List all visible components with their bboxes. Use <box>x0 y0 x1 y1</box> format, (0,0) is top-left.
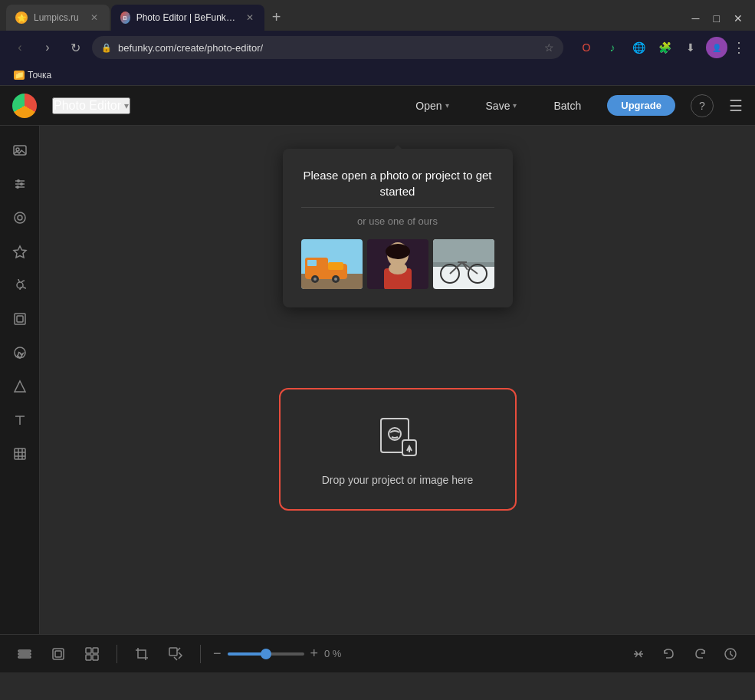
svg-rect-26 <box>307 260 317 266</box>
main-content: Please open a photo or project to get st… <box>0 126 755 634</box>
resize-button[interactable] <box>163 642 188 666</box>
welcome-popup: Please open a photo or project to get st… <box>283 149 513 307</box>
user-avatar[interactable]: 👤 <box>706 37 727 58</box>
tab-bar: ⭐ Lumpics.ru ✕ B Photo Editor | BeFunky:… <box>0 0 755 31</box>
svg-rect-0 <box>14 146 26 155</box>
svg-point-11 <box>17 282 23 288</box>
sidebar-item-adjustments[interactable] <box>5 169 35 199</box>
tab-befunky[interactable]: B Photo Editor | BeFunky: Free Onl... ✕ <box>111 5 264 31</box>
flip-horizontal-button[interactable] <box>626 642 651 666</box>
crop-button[interactable] <box>130 642 154 666</box>
new-tab-button[interactable]: + <box>266 8 287 26</box>
svg-point-36 <box>389 262 407 274</box>
svg-rect-31 <box>328 262 343 270</box>
app-title-text: Photo Editor <box>54 99 121 113</box>
back-button[interactable]: ‹ <box>9 37 31 58</box>
forward-button[interactable]: › <box>37 37 58 58</box>
svg-rect-17 <box>15 449 25 459</box>
svg-rect-50 <box>53 649 64 659</box>
open-label: Open <box>415 100 442 112</box>
save-menu-button[interactable]: Save ▾ <box>475 95 528 117</box>
url-box[interactable]: 🔒 befunky.com/create/photo-editor/ ☆ <box>92 36 563 59</box>
browser-menu-button[interactable]: ⋮ <box>732 39 746 56</box>
svg-rect-48 <box>18 653 31 655</box>
help-button[interactable]: ? <box>691 94 714 117</box>
left-sidebar <box>0 126 40 634</box>
sample-image-van[interactable] <box>301 239 363 289</box>
extension-blue-icon[interactable]: 🌐 <box>628 37 649 58</box>
sample-image-bike[interactable] <box>433 239 494 289</box>
upgrade-button[interactable]: Upgrade <box>607 95 675 116</box>
bookmark-star-icon[interactable]: ☆ <box>544 41 554 54</box>
zoom-slider[interactable] <box>228 652 304 656</box>
app-header: Photo Editor ▾ Open ▾ Save ▾ Batch Upgra… <box>0 86 755 126</box>
redo-button[interactable] <box>688 642 712 666</box>
hamburger-menu-button[interactable]: ☰ <box>729 97 743 115</box>
svg-rect-38 <box>433 239 494 262</box>
sidebar-item-shapes[interactable] <box>5 371 35 402</box>
sample-images-container <box>301 239 494 289</box>
svg-rect-47 <box>18 650 31 652</box>
zoom-in-button[interactable]: + <box>310 646 319 662</box>
sidebar-item-textures[interactable] <box>5 270 35 301</box>
toolbar-right <box>626 642 743 666</box>
svg-point-8 <box>15 212 25 223</box>
svg-point-7 <box>16 186 19 189</box>
zoom-control: − + 0 % <box>213 646 351 662</box>
frame-toggle-button[interactable] <box>46 642 71 666</box>
bookmarks-bar: 📁 Точка <box>0 64 755 86</box>
refresh-button[interactable]: ↻ <box>64 37 86 58</box>
open-arrow-icon: ▾ <box>445 101 449 110</box>
batch-button[interactable]: Batch <box>543 95 592 117</box>
tab-close-befunky[interactable]: ✕ <box>245 12 255 24</box>
svg-rect-55 <box>93 655 98 660</box>
toolbar-separator-1 <box>117 645 117 663</box>
sidebar-item-image[interactable] <box>5 135 35 166</box>
lock-icon: 🔒 <box>101 43 112 53</box>
drop-zone[interactable]: Drop your project or image here <box>279 388 517 511</box>
svg-point-28 <box>313 278 317 281</box>
svg-point-5 <box>17 179 20 182</box>
zoom-out-button[interactable]: − <box>213 646 222 662</box>
opera-icon[interactable]: O <box>576 37 597 58</box>
tab-favicon-befunky: B <box>120 12 130 24</box>
sidebar-item-text[interactable] <box>5 405 35 435</box>
svg-rect-51 <box>55 651 61 657</box>
zoom-label: 0 % <box>324 648 351 659</box>
tab-close-lumpics[interactable]: ✕ <box>88 12 100 24</box>
app-title-arrow-icon: ▾ <box>124 100 129 111</box>
tab-favicon-lumpics: ⭐ <box>15 12 28 24</box>
minimize-button[interactable]: ─ <box>686 11 706 26</box>
popup-subtitle: or use one of ours <box>301 215 494 227</box>
layers-button[interactable] <box>12 642 37 666</box>
toolbar-separator-2 <box>200 645 201 663</box>
hamburger-icon: ☰ <box>729 97 743 114</box>
close-window-button[interactable]: ✕ <box>727 11 749 26</box>
sidebar-item-stickers[interactable] <box>5 337 35 368</box>
maximize-button[interactable]: □ <box>707 11 726 26</box>
history-button[interactable] <box>718 642 743 666</box>
sidebar-item-frames[interactable] <box>5 304 35 334</box>
svg-rect-52 <box>86 648 91 653</box>
save-label: Save <box>486 100 510 112</box>
tab-lumpics[interactable]: ⭐ Lumpics.ru ✕ <box>6 5 110 31</box>
svg-rect-53 <box>93 648 98 653</box>
svg-point-30 <box>334 278 337 281</box>
bookmark-folder-icon: 📁 <box>14 71 25 80</box>
sidebar-item-favorites[interactable] <box>5 236 35 267</box>
sidebar-item-erase[interactable] <box>5 439 35 469</box>
svg-point-34 <box>386 244 410 259</box>
downloads-icon[interactable]: ⬇ <box>680 37 701 58</box>
grid-toggle-button[interactable] <box>80 642 104 666</box>
svg-rect-12 <box>15 314 25 324</box>
drop-icon <box>373 412 422 462</box>
app-title-button[interactable]: Photo Editor ▾ <box>52 97 130 114</box>
extension-green-icon[interactable]: ♪ <box>602 37 623 58</box>
sidebar-item-effects[interactable] <box>5 202 35 233</box>
bookmark-tochka[interactable]: 📁 Точка <box>9 68 56 82</box>
save-arrow-icon: ▾ <box>513 101 517 110</box>
sample-image-person[interactable] <box>367 239 428 289</box>
undo-button[interactable] <box>657 642 681 666</box>
extensions-icon[interactable]: 🧩 <box>654 37 675 58</box>
open-menu-button[interactable]: Open ▾ <box>405 95 459 117</box>
